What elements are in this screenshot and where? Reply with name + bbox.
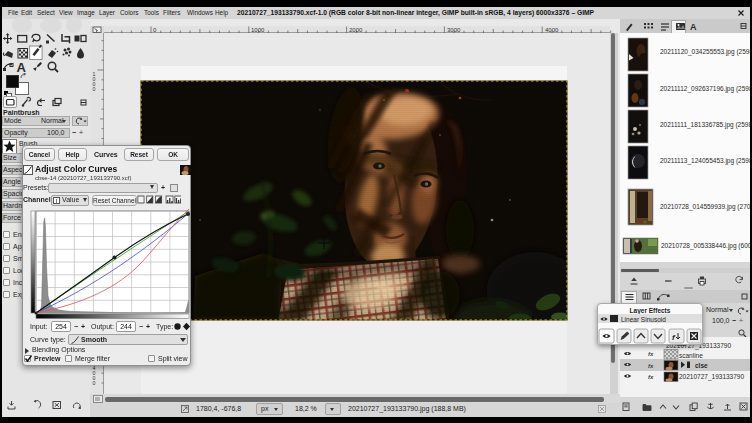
svg-text:1000: 1000 [251, 27, 265, 33]
svg-text:4000: 4000 [545, 27, 559, 33]
svg-text:0: 0 [153, 27, 157, 33]
svg-text:0: 0 [93, 380, 96, 386]
svg-text:fx: fx [648, 363, 654, 369]
svg-text:2000: 2000 [349, 27, 363, 33]
svg-text:0: 0 [93, 86, 96, 92]
svg-text:3000: 3000 [447, 27, 461, 33]
svg-text:fx: fx [648, 374, 654, 380]
svg-text:fx: fx [648, 351, 654, 357]
svg-text:A: A [690, 22, 697, 32]
svg-text:A: A [17, 60, 27, 73]
